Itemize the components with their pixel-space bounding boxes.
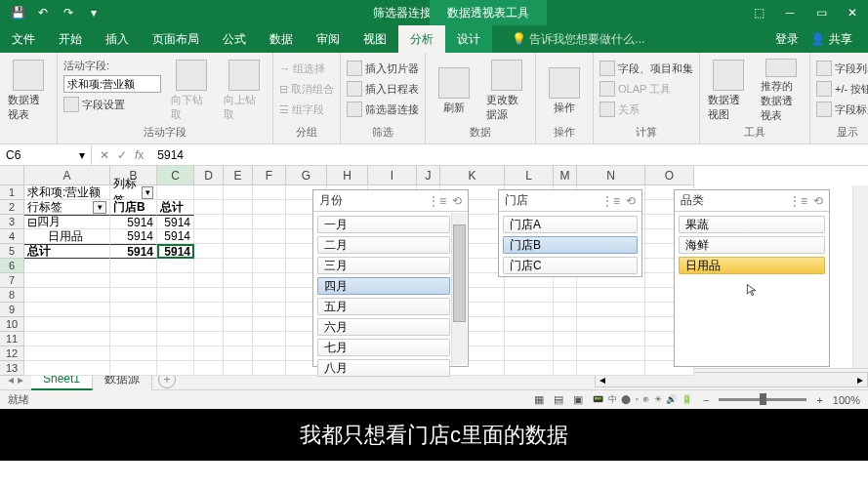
pivot-chart-button[interactable]: 数据透视图 (704, 57, 753, 125)
cell[interactable] (253, 361, 286, 376)
cell[interactable] (554, 361, 577, 376)
cell[interactable] (24, 361, 110, 376)
col-header-K[interactable]: K (440, 166, 505, 185)
view-normal-icon[interactable]: ▦ (534, 393, 544, 406)
select-all-corner[interactable] (0, 166, 24, 185)
col-header-H[interactable]: H (327, 166, 368, 185)
share-button[interactable]: 👤共享 (803, 31, 860, 48)
col-header-G[interactable]: G (286, 166, 327, 185)
undo-icon[interactable]: ↶ (31, 2, 55, 23)
tab-insert[interactable]: 插入 (94, 25, 141, 53)
cell[interactable] (505, 332, 554, 346)
cell[interactable] (24, 303, 110, 317)
cell[interactable] (157, 303, 194, 317)
cell[interactable] (157, 346, 194, 361)
active-field-input[interactable] (63, 75, 161, 93)
view-layout-icon[interactable]: ▤ (554, 393, 563, 406)
cell[interactable] (224, 244, 253, 259)
cell[interactable] (253, 185, 286, 200)
slicer-item[interactable]: 门店A (503, 216, 638, 233)
cell[interactable] (554, 332, 577, 346)
cell[interactable] (194, 288, 224, 303)
cell[interactable] (194, 273, 224, 288)
qat-more-icon[interactable]: ▾ (82, 2, 105, 23)
cell[interactable] (24, 259, 110, 273)
cell-c3[interactable]: 5914 (157, 215, 194, 229)
cell[interactable] (194, 215, 224, 229)
cell[interactable] (24, 317, 110, 332)
recommended-pivot-button[interactable]: 推荐的数据透视表 (757, 57, 806, 125)
cell[interactable] (24, 273, 110, 288)
cell[interactable] (224, 215, 253, 229)
cell[interactable] (554, 346, 577, 361)
close-icon[interactable]: ✕ (837, 0, 868, 25)
slicer-item[interactable]: 门店B (503, 236, 638, 254)
slicer-item[interactable]: 三月 (317, 257, 450, 274)
tab-analyze[interactable]: 分析 (398, 25, 445, 53)
cell[interactable] (110, 288, 157, 303)
cell-a2[interactable]: 行标签▾ (24, 200, 110, 215)
col-header-D[interactable]: D (194, 166, 224, 185)
slicer-item[interactable]: 五月 (317, 298, 450, 315)
slicer-item[interactable]: 一月 (317, 216, 450, 233)
slicer-item[interactable]: 果蔬 (679, 216, 825, 233)
vertical-scrollbar[interactable] (852, 185, 868, 368)
cell[interactable] (505, 303, 554, 317)
redo-icon[interactable]: ↷ (57, 2, 80, 23)
tab-file[interactable]: 文件 (0, 25, 47, 53)
cell[interactable] (110, 273, 157, 288)
confirm-formula-icon[interactable]: ✓ (117, 148, 127, 162)
plusminus-button[interactable]: +/- 按钮 (816, 79, 868, 99)
refresh-button[interactable]: 刷新 (430, 57, 478, 125)
insert-slicer-button[interactable]: 插入切片器 (347, 59, 419, 78)
slicer-item[interactable]: 六月 (317, 318, 450, 336)
cell[interactable] (24, 332, 110, 346)
save-icon[interactable]: 💾 (6, 2, 29, 23)
clear-filter-icon[interactable]: ⟲ (452, 194, 462, 208)
row-filter-icon[interactable]: ▾ (93, 201, 106, 214)
cell[interactable] (253, 259, 286, 273)
cell[interactable] (157, 259, 194, 273)
slicer-month[interactable]: 月份 ⋮≡⟲ 一月 二月 三月 四月 五月 六月 七月 八月 (312, 189, 469, 367)
cell[interactable] (194, 259, 224, 273)
cell[interactable] (224, 259, 253, 273)
row-header-10[interactable]: 10 (0, 317, 24, 332)
cell[interactable] (194, 200, 224, 215)
cell[interactable] (577, 332, 645, 346)
cell[interactable] (157, 288, 194, 303)
cell-c2[interactable]: 总计 (157, 200, 194, 215)
row-headers[interactable]: 12345678910111213 (0, 185, 24, 376)
row-header-7[interactable]: 7 (0, 273, 24, 288)
pivot-table-button[interactable]: 数据透视表 (4, 57, 53, 125)
cell[interactable] (577, 346, 645, 361)
name-box[interactable]: C6▾ (0, 144, 92, 166)
worksheet-grid[interactable]: ABCDEFGHIJKLMNO 12345678910111213 求和项:营业… (0, 166, 868, 368)
slicer-category[interactable]: 品类 ⋮≡⟲ 果蔬 海鲜 日用品 (674, 189, 830, 367)
change-source-button[interactable]: 更改数据源 (482, 57, 531, 125)
cell[interactable] (157, 273, 194, 288)
cell[interactable] (110, 317, 157, 332)
zoom-slider[interactable] (719, 398, 806, 401)
cell[interactable] (194, 361, 224, 376)
cell[interactable] (194, 332, 224, 346)
cell[interactable] (505, 288, 554, 303)
slicer-item[interactable]: 七月 (317, 339, 450, 356)
cell[interactable] (194, 229, 224, 244)
row-header-3[interactable]: 3 (0, 215, 24, 229)
cell[interactable] (253, 303, 286, 317)
cell[interactable] (157, 361, 194, 376)
cell-c5[interactable]: 5914 (157, 244, 194, 259)
cell[interactable] (554, 317, 577, 332)
name-box-dropdown-icon[interactable]: ▾ (79, 148, 85, 162)
tell-me-search[interactable]: 💡 告诉我您想要做什么... (512, 31, 644, 48)
multi-select-icon[interactable]: ⋮≡ (428, 194, 446, 208)
cell[interactable] (110, 346, 157, 361)
cell[interactable] (224, 317, 253, 332)
cell[interactable] (253, 346, 286, 361)
row-header-6[interactable]: 6 (0, 259, 24, 273)
tab-home[interactable]: 开始 (47, 25, 94, 53)
cell[interactable] (253, 288, 286, 303)
cell[interactable] (110, 259, 157, 273)
cell[interactable] (253, 273, 286, 288)
cell[interactable] (505, 361, 554, 376)
